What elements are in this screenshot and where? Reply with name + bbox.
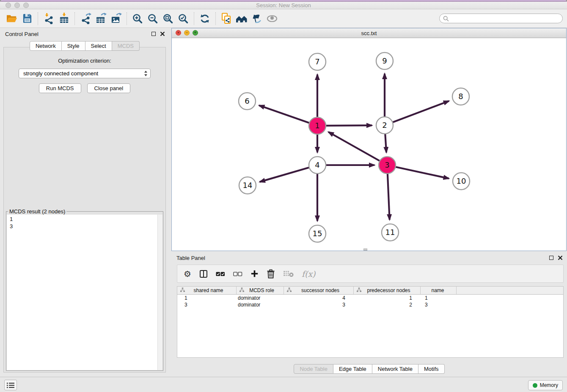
- app-window: Session: New Session: [0, 0, 567, 392]
- search-icon: [443, 16, 449, 22]
- graph-edge-3-1[interactable]: [328, 132, 387, 165]
- graph-edge-2-8[interactable]: [385, 101, 449, 125]
- table-cell[interactable]: 1: [354, 295, 421, 301]
- column-header-label: MCDS role: [244, 287, 282, 293]
- mcds-result-title: MCDS result (2 nodes): [8, 208, 66, 215]
- table-cell[interactable]: 1: [421, 295, 457, 301]
- graph-node-4[interactable]: 4: [309, 157, 326, 174]
- tab-mcds[interactable]: MCDS: [112, 41, 140, 51]
- split-columns-icon[interactable]: [199, 270, 208, 278]
- zoom-in-icon[interactable]: [130, 12, 145, 25]
- delete-column-icon[interactable]: [267, 269, 275, 279]
- column-header-successor-nodes[interactable]: successor nodes: [284, 287, 354, 294]
- function-builder-icon: f(x): [302, 269, 316, 279]
- settings-gear-icon[interactable]: ⚙: [184, 269, 191, 279]
- show-hide-icon[interactable]: [264, 12, 280, 25]
- table-row[interactable]: 1dominator411: [177, 295, 563, 301]
- search-input[interactable]: [451, 15, 559, 22]
- close-panel-icon[interactable]: [160, 31, 165, 36]
- search-box[interactable]: [439, 14, 563, 23]
- table-cell[interactable]: 1: [177, 295, 237, 301]
- table-cell[interactable]: dominator: [237, 301, 284, 308]
- unselect-all-columns-icon[interactable]: [233, 270, 242, 278]
- table-cell[interactable]: 2: [354, 301, 421, 308]
- graph-node-15[interactable]: 15: [309, 225, 326, 242]
- mcds-result-item[interactable]: 3: [10, 223, 162, 230]
- select-all-columns-icon[interactable]: [216, 270, 225, 278]
- float-panel-icon[interactable]: [151, 32, 156, 36]
- graph-node-1[interactable]: 1: [309, 117, 326, 134]
- graph-node-7[interactable]: 7: [309, 53, 326, 70]
- close-panel-button[interactable]: Close panel: [87, 83, 131, 93]
- resize-handle[interactable]: [363, 248, 367, 251]
- table-panel-tabs: Node TableEdge TableNetwork TableMotifs: [171, 364, 567, 374]
- float-table-panel-icon[interactable]: [549, 256, 553, 260]
- column-header-predecessor-nodes[interactable]: predecessor nodes: [354, 287, 421, 294]
- export-table-icon[interactable]: [93, 12, 108, 25]
- task-history-button[interactable]: [4, 380, 17, 390]
- column-header-name[interactable]: name: [421, 287, 457, 294]
- column-header-shared-name[interactable]: shared name: [177, 287, 237, 294]
- save-session-icon[interactable]: [19, 12, 35, 25]
- tab-network[interactable]: Network: [30, 41, 62, 51]
- table-panel-title: Table Panel: [176, 255, 205, 261]
- optimization-criterion-label: Optimization criterion:: [4, 58, 165, 64]
- mcds-result-item[interactable]: 1: [10, 215, 162, 223]
- graph-edge-3-10[interactable]: [387, 165, 449, 179]
- open-session-icon[interactable]: [4, 12, 19, 25]
- home-layout-icon[interactable]: [234, 12, 249, 25]
- import-table-icon[interactable]: [56, 12, 72, 25]
- graph-node-6[interactable]: 6: [239, 93, 256, 110]
- tab-network-table[interactable]: Network Table: [372, 364, 418, 374]
- refresh-icon[interactable]: [197, 12, 212, 25]
- export-network-icon[interactable]: [78, 12, 93, 25]
- network-window-title: scc.txt: [172, 30, 566, 36]
- add-column-icon[interactable]: [250, 270, 259, 278]
- zoom-out-icon[interactable]: [145, 12, 160, 25]
- tab-edge-table[interactable]: Edge Table: [333, 364, 372, 374]
- run-mcds-button[interactable]: Run MCDS: [39, 83, 81, 93]
- graph-node-2[interactable]: 2: [376, 117, 393, 134]
- table-cell[interactable]: 3: [284, 301, 354, 308]
- close-table-panel-icon[interactable]: [558, 255, 563, 260]
- column-type-icon: [180, 287, 185, 293]
- tab-style[interactable]: Style: [62, 41, 85, 51]
- clone-network-icon[interactable]: [219, 12, 234, 25]
- svg-text:9: 9: [382, 56, 387, 65]
- style-paint-icon[interactable]: [249, 12, 264, 25]
- graph-node-3[interactable]: 3: [379, 157, 396, 174]
- toolbar-separator: [127, 12, 127, 25]
- table-cell[interactable]: 3: [177, 301, 237, 308]
- export-image-icon[interactable]: [108, 12, 124, 25]
- graph-edge-1-6[interactable]: [259, 105, 317, 126]
- memory-button[interactable]: Memory: [528, 380, 563, 390]
- zoom-fit-icon[interactable]: [160, 12, 176, 25]
- table-cell[interactable]: 4: [284, 295, 354, 301]
- import-network-icon[interactable]: [41, 12, 56, 25]
- table-cell[interactable]: 3: [421, 301, 457, 308]
- network-window-titlebar[interactable]: × − + scc.txt: [172, 28, 566, 38]
- criterion-select[interactable]: strongly connected component: [19, 69, 151, 78]
- accent-strip: [0, 0, 567, 2]
- graph-node-14[interactable]: 14: [239, 177, 256, 194]
- graph-node-9[interactable]: 9: [376, 52, 393, 69]
- table-cell[interactable]: dominator: [237, 295, 284, 301]
- graph-node-11[interactable]: 11: [382, 224, 399, 241]
- column-header-label: successor nodes: [292, 287, 352, 293]
- tab-motifs[interactable]: Motifs: [418, 364, 445, 374]
- zoom-selected-icon[interactable]: [176, 12, 191, 25]
- graph-edge-4-14[interactable]: [260, 165, 317, 182]
- graph-node-10[interactable]: 10: [453, 173, 470, 190]
- tab-node-table[interactable]: Node Table: [294, 364, 333, 374]
- graph-node-8[interactable]: 8: [452, 88, 469, 105]
- column-header-MCDS-role[interactable]: MCDS role: [237, 287, 284, 294]
- table-panel-header: Table Panel: [171, 252, 567, 264]
- column-type-icon: [239, 287, 244, 293]
- table-row[interactable]: 3dominator323: [177, 301, 563, 308]
- result-scrollbar[interactable]: [157, 215, 162, 370]
- network-canvas[interactable]: 7968124314101511: [172, 38, 566, 251]
- mcds-result-list[interactable]: 13: [7, 215, 162, 370]
- table-toolbar: ⚙ f(x): [177, 265, 564, 283]
- column-type-icon: [357, 287, 361, 293]
- tab-select[interactable]: Select: [85, 41, 112, 51]
